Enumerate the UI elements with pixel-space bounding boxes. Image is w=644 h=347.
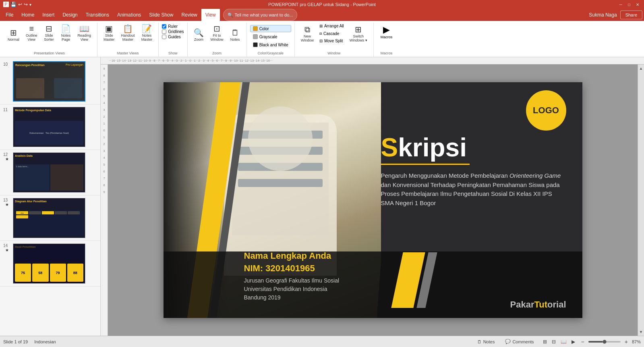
menu-file[interactable]: File <box>2 9 17 21</box>
window-title: POWERPOINT pro GELAP untuk Sidang - Powe… <box>268 2 376 7</box>
horizontal-ruler: ···16··15··14··13··12··11··10··9···8···7… <box>101 57 644 64</box>
notes-zoom-icon: 🗒 <box>231 29 239 37</box>
arrange-icon: ⊞ <box>319 24 323 28</box>
qat-redo[interactable]: ↪ <box>24 2 28 7</box>
slide-master-btn[interactable]: ▣ SlideMaster <box>101 23 118 44</box>
notes-master-btn[interactable]: 📝 NotesMaster <box>139 23 155 44</box>
tell-me-bar[interactable]: 🔍 Tell me what you want to do... <box>223 9 298 21</box>
zoom-plus[interactable]: + <box>624 339 629 345</box>
maximize-btn[interactable]: □ <box>626 2 632 7</box>
gridlines-checkbox[interactable]: Gridlines <box>162 29 184 34</box>
menu-transitions[interactable]: Transitions <box>82 9 113 21</box>
show-group: Ruler Gridlines Guides Show <box>159 23 187 57</box>
show-checkboxes: Ruler Gridlines Guides <box>162 23 184 41</box>
scroll-down-btn[interactable]: ▼ <box>639 328 643 336</box>
slide-10-num: 10 <box>3 62 10 66</box>
slide-workspace-inner: 987654321 0123456789 <box>101 64 644 336</box>
menu-insert[interactable]: Insert <box>38 9 58 21</box>
window-label: Window <box>327 50 340 55</box>
new-window-btn[interactable]: ⧉ NewWindow <box>298 23 317 44</box>
thumb-13-content: step <box>15 210 83 236</box>
qat-undo[interactable]: ↩ <box>18 2 22 7</box>
notes-status-btn[interactable]: 🗒 Notes <box>474 338 499 345</box>
zoom-minus[interactable]: − <box>580 339 585 345</box>
comments-status-btn[interactable]: 💬 Comments <box>501 338 537 345</box>
zoom-slider[interactable] <box>588 341 621 343</box>
grayscale-btn[interactable]: Grayscale <box>250 33 291 40</box>
slide-area: LOGO Skripsi Pengaruh Menggunakan Metode… <box>108 64 638 336</box>
slide-10-thumb: Rancangan Penelitian Pro Lapangan <box>13 61 85 102</box>
slide-13-item[interactable]: 13 ★ Diagram Alur Penelitian step <box>0 195 100 241</box>
notes-page-btn[interactable]: 📄 NotesPage <box>58 23 74 44</box>
move-split-btn[interactable]: ⊟ Move Split <box>317 37 346 44</box>
ruler-marks: ···16··15··14··13··12··11··10··9···8···7… <box>109 59 273 62</box>
slide-panel: 10 Rancangan Penelitian Pro Lapangan 11 … <box>0 57 101 336</box>
cascade-btn[interactable]: ⧈ Cascade <box>317 30 346 37</box>
user-area: Sukma Naga Share <box>589 9 642 21</box>
switch-windows-btn[interactable]: ⊞ SwitchWindows ▾ <box>347 23 370 44</box>
normal-view-btn[interactable]: ⊞ Normal <box>5 27 22 44</box>
slide-14-item[interactable]: 14 ★ Hasil Penelitian 75 58 79 88 <box>0 241 100 287</box>
notes-zoom-btn[interactable]: 🗒 Notes <box>227 27 243 44</box>
gold-underline <box>381 164 470 165</box>
zoom-thumb <box>603 340 607 344</box>
reading-view-btn[interactable]: 📖 ReadingView <box>75 23 94 44</box>
close-btn[interactable]: ✕ <box>634 2 641 7</box>
status-bar: Slide 1 of 19 Indonesian 🗒 Notes 💬 Comme… <box>0 336 644 347</box>
menu-animations[interactable]: Animations <box>113 9 145 21</box>
guides-checkbox[interactable]: Guides <box>162 35 184 39</box>
building-tower <box>248 106 313 171</box>
qat-more[interactable]: ▾ <box>29 2 31 7</box>
window-controls: ─ □ ✕ <box>618 2 641 7</box>
normal-mode-btn[interactable]: ⊞ <box>541 338 549 346</box>
fit-to-window-btn[interactable]: ⊡ Fit toWindow <box>208 23 226 44</box>
slide-10-item[interactable]: 10 Rancangan Penelitian Pro Lapangan <box>0 59 100 104</box>
slide-sorter-btn[interactable]: ⊟ SlideSorter <box>41 23 57 44</box>
ruler-checkbox[interactable]: Ruler <box>162 24 184 29</box>
brand-pakar: Pakar <box>510 299 534 310</box>
handout-master-btn[interactable]: 📋 HandoutMaster <box>118 23 138 44</box>
color-btn[interactable]: Color <box>250 25 291 32</box>
thumb-10-img2 <box>54 78 82 98</box>
title-rest: kripsi <box>398 133 467 162</box>
zoom-btn[interactable]: 🔍 Zoom <box>191 27 207 44</box>
menu-slideshow[interactable]: Slide Show <box>145 9 177 21</box>
comments-label: Comments <box>512 339 534 344</box>
building-windows-4 <box>238 179 323 187</box>
qat-save[interactable]: 💾 <box>10 2 17 7</box>
slide-master-icon: ▣ <box>105 25 113 33</box>
macros-label: Macros <box>381 50 393 55</box>
slide-11-item[interactable]: 11 Metode Pengumpulan Data Dokumentasi T… <box>0 104 100 150</box>
minimize-btn[interactable]: ─ <box>618 2 624 7</box>
black-white-btn[interactable]: Black and White <box>250 41 291 48</box>
title-bar: 🅿 💾 ↩ ↪ ▾ POWERPOINT pro GELAP untuk Sid… <box>0 0 644 9</box>
menu-home[interactable]: Home <box>17 9 38 21</box>
share-button[interactable]: Share <box>620 10 642 19</box>
handout-icon: 📋 <box>123 25 133 33</box>
vertical-scrollbar[interactable]: ▲ ▼ <box>638 64 644 336</box>
zoom-percent[interactable]: 87% <box>632 339 641 344</box>
ruler-v-marks: 987654321 0123456789 <box>103 67 105 194</box>
window-group: ⧉ NewWindow ⊞ Arrange All ⧈ Cascade ⊟ Mo… <box>295 23 374 57</box>
zoom-label: Zoom <box>212 50 222 55</box>
macros-btn[interactable]: ▶ Macros <box>377 23 396 41</box>
sorter-icon: ⊟ <box>46 25 52 33</box>
notes-label: Notes <box>483 339 495 344</box>
scroll-up-btn[interactable]: ▲ <box>639 64 643 72</box>
arrange-all-btn[interactable]: ⊞ Arrange All <box>317 23 346 29</box>
menu-review[interactable]: Review <box>177 9 201 21</box>
slide-12-item[interactable]: 12 ★ Analisis Data ① data items... <box>0 150 100 195</box>
reading-mode-btn[interactable]: 📖 <box>559 338 569 346</box>
outline-view-btn[interactable]: ≡ OutlineView <box>23 23 40 44</box>
title-s: S <box>381 133 398 162</box>
menu-view[interactable]: View <box>201 9 220 21</box>
sorter-mode-btn[interactable]: ⊟ <box>550 338 558 346</box>
slide-canvas: LOGO Skripsi Pengaruh Menggunakan Metode… <box>164 82 582 318</box>
subtitle-text: Pengaruh Menggunakan Metode Pembelajaran… <box>381 171 566 208</box>
notes-master-icon: 📝 <box>142 25 152 33</box>
qat-area: 🅿 💾 ↩ ↪ ▾ <box>3 1 31 8</box>
menu-design[interactable]: Design <box>58 9 81 21</box>
fit-window-icon: ⊡ <box>213 25 220 33</box>
slideshow-mode-btn[interactable]: ▶ <box>569 338 577 346</box>
logo-text: LOGO <box>533 105 559 116</box>
